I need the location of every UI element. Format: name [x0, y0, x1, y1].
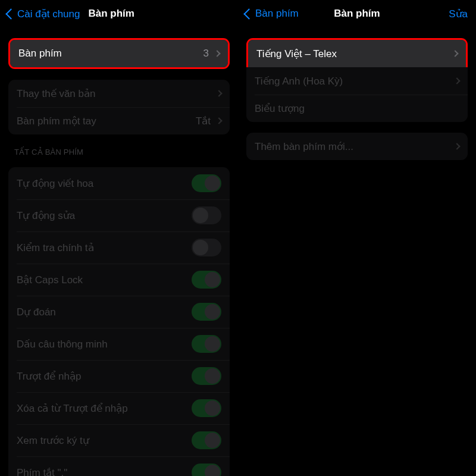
back-button[interactable]: Cài đặt chung [7, 8, 80, 20]
text-replacement-row[interactable]: Thay thế văn bản [8, 80, 230, 107]
toggle-switch[interactable] [192, 303, 221, 321]
toggle-switch[interactable] [192, 367, 221, 385]
toggle-knob [205, 304, 220, 320]
toggle-label: Bật Caps Lock [17, 274, 192, 286]
toggle-knob [205, 336, 220, 352]
chevron-right-icon [215, 117, 222, 124]
keyboard-row-label: Tiếng Anh (Hoa Kỳ) [255, 75, 455, 87]
keyboard-row-label: Biểu tượng [255, 102, 459, 115]
toggle-row: Bật Caps Lock [8, 264, 230, 296]
nav-title: Bàn phím [88, 8, 134, 20]
toggle-knob [205, 465, 220, 476]
toggle-row: Xem trước ký tự [8, 424, 230, 456]
settings-keyboard-pane: Cài đặt chung Bàn phím Bàn phím 3 Thay t… [0, 0, 238, 476]
other-keyboards-group: Tiếng Anh (Hoa Kỳ) Biểu tượng [246, 67, 468, 122]
chevron-right-icon [453, 77, 460, 84]
toggle-switch[interactable] [192, 174, 221, 192]
chevron-right-icon [452, 50, 458, 57]
toggle-switch[interactable] [192, 431, 221, 449]
all-keyboards-toggles-group: Tự động viết hoaTự động sửaKiểm tra chín… [8, 167, 230, 476]
keyboards-count-group: Bàn phím 3 [8, 38, 230, 69]
text-replacement-group: Thay thế văn bản Bàn phím một tay Tắt [8, 80, 230, 134]
toggle-label: Xem trước ký tự [17, 434, 192, 447]
chevron-right-icon [215, 90, 222, 96]
selected-keyboard-group: Tiếng Việt – Telex [246, 38, 468, 67]
toggle-label: Trượt để nhập [17, 370, 192, 383]
toggle-knob [205, 400, 220, 416]
keyboard-row-label: Tiếng Việt – Telex [256, 48, 453, 60]
back-label: Cài đặt chung [17, 8, 80, 20]
toggle-switch[interactable] [192, 239, 221, 256]
toggle-row: Dự đoán [8, 296, 230, 328]
toggle-label: Phím tắt "." [17, 466, 192, 477]
add-new-keyboard-row[interactable]: Thêm bàn phím mới... [246, 133, 468, 160]
toggle-knob [205, 176, 220, 191]
toggle-label: Dấu câu thông minh [17, 338, 192, 350]
keyboard-vietnamese-telex[interactable]: Tiếng Việt – Telex [248, 40, 466, 67]
toggle-knob [205, 433, 220, 448]
toggle-switch[interactable] [192, 464, 221, 476]
toggle-knob [193, 208, 208, 223]
add-keyboard-group: Thêm bàn phím mới... [246, 133, 468, 160]
toggle-switch[interactable] [192, 271, 221, 289]
toggle-label: Kiểm tra chính tả [17, 242, 192, 254]
keyboard-emoji[interactable]: Biểu tượng [246, 95, 468, 122]
edit-button[interactable]: Sửa [449, 8, 468, 20]
toggle-row: Xóa cả từ Trượt để nhập [8, 392, 230, 424]
toggle-row: Tự động viết hoa [8, 167, 230, 199]
chevron-left-icon [5, 8, 16, 19]
toggle-label: Dự đoán [17, 306, 192, 318]
toggle-switch[interactable] [192, 206, 221, 224]
chevron-right-icon [214, 50, 220, 57]
all-keyboards-header: Tất cả bàn phím [14, 148, 224, 156]
toggle-knob [205, 272, 220, 287]
chevron-left-icon [243, 8, 254, 19]
one-handed-label: Bàn phím một tay [17, 115, 196, 127]
toggle-knob [205, 368, 220, 384]
keyboards-row[interactable]: Bàn phím 3 [10, 40, 228, 67]
chevron-right-icon [453, 143, 460, 149]
keyboards-row-value: 3 [203, 48, 209, 60]
one-handed-keyboard-row[interactable]: Bàn phím một tay Tắt [8, 107, 230, 134]
toggle-label: Xóa cả từ Trượt để nhập [17, 402, 192, 415]
toggle-row: Trượt để nhập [8, 360, 230, 392]
add-new-keyboard-label: Thêm bàn phím mới... [255, 140, 455, 153]
text-replacement-label: Thay thế văn bản [17, 87, 217, 100]
toggle-row: Phím tắt "." [8, 456, 230, 476]
back-button[interactable]: Bàn phím [245, 8, 299, 20]
back-label: Bàn phím [255, 8, 299, 20]
toggle-switch[interactable] [192, 335, 221, 353]
keyboards-row-label: Bàn phím [18, 48, 203, 60]
navbar-right: Bàn phím Bàn phím Sửa [238, 0, 476, 27]
toggle-row: Dấu câu thông minh [8, 328, 230, 360]
toggle-knob [193, 240, 208, 255]
keyboards-list-pane: Bàn phím Bàn phím Sửa Tiếng Việt – Telex… [238, 0, 476, 476]
keyboard-english-us[interactable]: Tiếng Anh (Hoa Kỳ) [246, 67, 468, 95]
toggle-label: Tự động viết hoa [17, 177, 192, 190]
one-handed-value: Tắt [196, 115, 211, 127]
navbar-left: Cài đặt chung Bàn phím [0, 0, 238, 27]
toggle-label: Tự động sửa [17, 209, 192, 222]
toggle-row: Kiểm tra chính tả [8, 231, 230, 264]
toggle-row: Tự động sửa [8, 199, 230, 231]
toggle-switch[interactable] [192, 399, 221, 417]
